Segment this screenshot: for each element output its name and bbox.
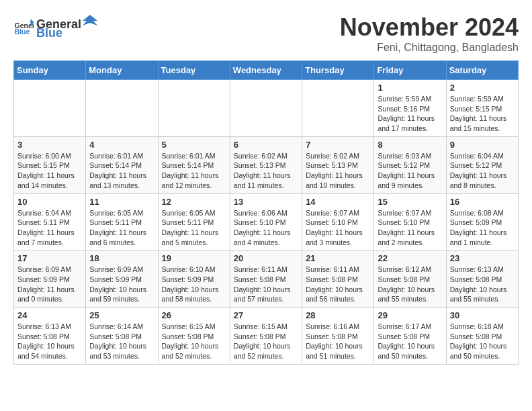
day-info: Sunrise: 6:00 AMSunset: 5:15 PMDaylight:… <box>17 151 82 191</box>
day-number: 27 <box>234 310 298 320</box>
day-number: 23 <box>450 253 515 263</box>
day-info: Sunrise: 6:07 AMSunset: 5:10 PMDaylight:… <box>306 208 370 248</box>
day-number: 26 <box>162 310 226 320</box>
page-header: General Blue General Blue November 2024 … <box>13 13 519 54</box>
day-info: Sunrise: 6:02 AMSunset: 5:13 PMDaylight:… <box>306 151 370 191</box>
day-number: 17 <box>17 253 82 263</box>
day-info: Sunrise: 6:06 AMSunset: 5:10 PMDaylight:… <box>234 208 298 248</box>
day-cell: 8Sunrise: 6:03 AMSunset: 5:12 PMDaylight… <box>374 136 446 193</box>
day-cell: 28Sunrise: 6:16 AMSunset: 5:08 PMDayligh… <box>302 308 374 365</box>
day-number: 25 <box>89 310 154 320</box>
day-cell: 23Sunrise: 6:13 AMSunset: 5:08 PMDayligh… <box>446 250 518 308</box>
day-info: Sunrise: 6:04 AMSunset: 5:11 PMDaylight:… <box>17 208 82 248</box>
day-number: 12 <box>162 197 226 207</box>
day-cell: 20Sunrise: 6:11 AMSunset: 5:08 PMDayligh… <box>230 250 302 308</box>
day-number: 2 <box>450 83 515 93</box>
week-row-2: 3Sunrise: 6:00 AMSunset: 5:15 PMDaylight… <box>14 136 519 193</box>
day-info: Sunrise: 6:04 AMSunset: 5:12 PMDaylight:… <box>450 151 515 191</box>
day-info: Sunrise: 6:13 AMSunset: 5:08 PMDaylight:… <box>450 265 515 304</box>
svg-text:Blue: Blue <box>15 28 30 36</box>
day-cell: 12Sunrise: 6:05 AMSunset: 5:11 PMDayligh… <box>158 193 230 250</box>
day-info: Sunrise: 6:01 AMSunset: 5:14 PMDaylight:… <box>89 151 154 191</box>
header-saturday: Saturday <box>446 61 518 80</box>
day-number: 22 <box>378 253 442 263</box>
calendar-table: SundayMondayTuesdayWednesdayThursdayFrid… <box>13 60 519 365</box>
day-info: Sunrise: 6:07 AMSunset: 5:10 PMDaylight:… <box>378 208 442 248</box>
day-number: 10 <box>17 197 82 207</box>
calendar-header-row: SundayMondayTuesdayWednesdayThursdayFrid… <box>14 61 519 80</box>
svg-marker-4 <box>83 15 97 26</box>
day-number: 6 <box>234 140 298 150</box>
day-cell <box>230 80 302 137</box>
logo-icon: General Blue <box>13 17 34 37</box>
day-cell: 10Sunrise: 6:04 AMSunset: 5:11 PMDayligh… <box>14 193 86 250</box>
day-cell: 22Sunrise: 6:12 AMSunset: 5:08 PMDayligh… <box>374 250 446 308</box>
location-title: Feni, Chittagong, Bangladesh <box>340 42 519 54</box>
week-row-5: 24Sunrise: 6:13 AMSunset: 5:08 PMDayligh… <box>14 308 519 365</box>
day-number: 3 <box>17 140 82 150</box>
day-number: 8 <box>378 140 442 150</box>
day-cell: 24Sunrise: 6:13 AMSunset: 5:08 PMDayligh… <box>14 308 86 365</box>
day-cell: 4Sunrise: 6:01 AMSunset: 5:14 PMDaylight… <box>86 136 158 193</box>
day-number: 4 <box>89 140 154 150</box>
day-cell: 11Sunrise: 6:05 AMSunset: 5:11 PMDayligh… <box>86 193 158 250</box>
day-number: 21 <box>306 253 370 263</box>
day-info: Sunrise: 6:15 AMSunset: 5:08 PMDaylight:… <box>234 322 298 361</box>
day-info: Sunrise: 6:12 AMSunset: 5:08 PMDaylight:… <box>378 265 442 304</box>
day-cell: 26Sunrise: 6:15 AMSunset: 5:08 PMDayligh… <box>158 308 230 365</box>
day-cell: 30Sunrise: 6:18 AMSunset: 5:08 PMDayligh… <box>446 308 518 365</box>
day-number: 30 <box>450 310 515 320</box>
day-cell: 25Sunrise: 6:14 AMSunset: 5:08 PMDayligh… <box>86 308 158 365</box>
day-cell: 7Sunrise: 6:02 AMSunset: 5:13 PMDaylight… <box>302 136 374 193</box>
day-info: Sunrise: 6:14 AMSunset: 5:08 PMDaylight:… <box>89 322 154 361</box>
day-cell: 13Sunrise: 6:06 AMSunset: 5:10 PMDayligh… <box>230 193 302 250</box>
day-cell: 21Sunrise: 6:11 AMSunset: 5:08 PMDayligh… <box>302 250 374 308</box>
day-info: Sunrise: 6:08 AMSunset: 5:09 PMDaylight:… <box>450 208 515 248</box>
day-number: 24 <box>17 310 82 320</box>
day-number: 15 <box>378 197 442 207</box>
day-cell: 3Sunrise: 6:00 AMSunset: 5:15 PMDaylight… <box>14 136 86 193</box>
day-number: 9 <box>450 140 515 150</box>
day-cell: 9Sunrise: 6:04 AMSunset: 5:12 PMDaylight… <box>446 136 518 193</box>
day-info: Sunrise: 6:13 AMSunset: 5:08 PMDaylight:… <box>17 322 82 361</box>
week-row-1: 1Sunrise: 5:59 AMSunset: 5:16 PMDaylight… <box>14 80 519 137</box>
header-monday: Monday <box>86 61 158 80</box>
day-number: 16 <box>450 197 515 207</box>
day-info: Sunrise: 6:05 AMSunset: 5:11 PMDaylight:… <box>89 208 154 248</box>
day-number: 20 <box>234 253 298 263</box>
day-number: 13 <box>234 197 298 207</box>
header-thursday: Thursday <box>302 61 374 80</box>
day-info: Sunrise: 5:59 AMSunset: 5:16 PMDaylight:… <box>378 94 442 134</box>
day-number: 5 <box>162 140 226 150</box>
day-info: Sunrise: 6:01 AMSunset: 5:14 PMDaylight:… <box>162 151 226 191</box>
day-cell: 2Sunrise: 5:59 AMSunset: 5:15 PMDaylight… <box>446 80 518 137</box>
day-cell: 15Sunrise: 6:07 AMSunset: 5:10 PMDayligh… <box>374 193 446 250</box>
day-number: 28 <box>306 310 370 320</box>
day-info: Sunrise: 6:18 AMSunset: 5:08 PMDaylight:… <box>450 322 515 361</box>
day-cell: 27Sunrise: 6:15 AMSunset: 5:08 PMDayligh… <box>230 308 302 365</box>
title-area: November 2024 Feni, Chittagong, Banglade… <box>340 13 519 54</box>
week-row-3: 10Sunrise: 6:04 AMSunset: 5:11 PMDayligh… <box>14 193 519 250</box>
day-cell: 19Sunrise: 6:10 AMSunset: 5:09 PMDayligh… <box>158 250 230 308</box>
day-cell: 17Sunrise: 6:09 AMSunset: 5:09 PMDayligh… <box>14 250 86 308</box>
day-info: Sunrise: 6:11 AMSunset: 5:08 PMDaylight:… <box>306 265 370 304</box>
day-info: Sunrise: 6:10 AMSunset: 5:09 PMDaylight:… <box>162 265 226 304</box>
day-cell <box>14 80 86 137</box>
day-info: Sunrise: 6:16 AMSunset: 5:08 PMDaylight:… <box>306 322 370 361</box>
day-number: 19 <box>162 253 226 263</box>
header-friday: Friday <box>374 61 446 80</box>
header-tuesday: Tuesday <box>158 61 230 80</box>
month-title: November 2024 <box>340 13 519 42</box>
day-info: Sunrise: 5:59 AMSunset: 5:15 PMDaylight:… <box>450 94 515 134</box>
day-info: Sunrise: 6:09 AMSunset: 5:09 PMDaylight:… <box>89 265 154 304</box>
day-info: Sunrise: 6:17 AMSunset: 5:08 PMDaylight:… <box>378 322 442 361</box>
day-info: Sunrise: 6:11 AMSunset: 5:08 PMDaylight:… <box>234 265 298 304</box>
day-info: Sunrise: 6:09 AMSunset: 5:09 PMDaylight:… <box>17 265 82 304</box>
day-number: 11 <box>89 197 154 207</box>
week-row-4: 17Sunrise: 6:09 AMSunset: 5:09 PMDayligh… <box>14 250 519 308</box>
day-info: Sunrise: 6:02 AMSunset: 5:13 PMDaylight:… <box>234 151 298 191</box>
day-number: 14 <box>306 197 370 207</box>
day-cell: 1Sunrise: 5:59 AMSunset: 5:16 PMDaylight… <box>374 80 446 137</box>
day-info: Sunrise: 6:03 AMSunset: 5:12 PMDaylight:… <box>378 151 442 191</box>
logo-bird-icon <box>83 13 97 28</box>
